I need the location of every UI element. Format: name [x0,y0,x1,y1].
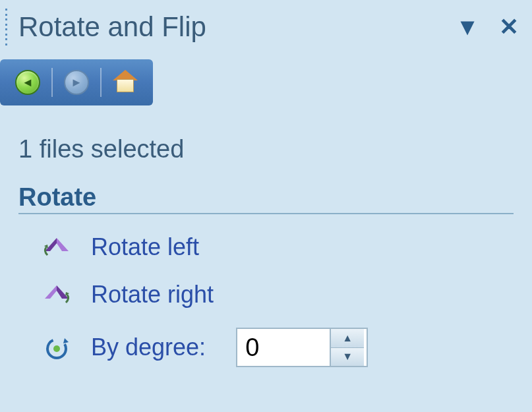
svg-marker-3 [45,285,57,299]
svg-point-8 [53,345,60,352]
rotate-section-heading: Rotate [18,183,514,214]
home-icon [113,70,138,95]
rotate-right-link[interactable]: Rotate right [91,281,214,309]
rotate-right-icon [41,280,73,309]
nav-toolbar [0,59,153,105]
title-bar: Rotate and Flip ▼ ✕ [0,0,532,59]
panel-title: Rotate and Flip [18,11,456,43]
toolbar-divider [51,68,53,97]
selection-status: 1 files selected [18,135,532,163]
svg-marker-0 [45,238,57,251]
forward-button[interactable] [58,66,95,99]
grip-handle[interactable] [5,7,11,47]
svg-marker-4 [57,285,69,299]
degree-spinner: ▲ ▼ [236,328,368,367]
spinner-buttons: ▲ ▼ [330,329,364,366]
rotate-left-icon [41,233,73,262]
by-degree-label: By degree: [91,334,206,361]
toolbar-divider [100,68,102,97]
forward-icon [64,70,89,95]
dropdown-arrow-icon[interactable]: ▼ [456,13,479,41]
close-icon[interactable]: ✕ [499,13,519,41]
svg-marker-7 [63,338,69,343]
title-controls: ▼ ✕ [456,13,519,41]
svg-marker-1 [57,238,69,251]
home-button[interactable] [107,66,144,99]
spinner-down-button[interactable]: ▼ [331,348,364,367]
back-button[interactable] [9,66,46,99]
rotate-left-row: Rotate left [41,233,532,262]
rotate-right-row: Rotate right [41,280,532,309]
spinner-up-button[interactable]: ▲ [331,329,364,348]
rotate-degree-icon [41,333,73,362]
back-icon [15,70,40,95]
degree-input[interactable] [237,329,330,366]
rotate-left-link[interactable]: Rotate left [91,233,199,261]
by-degree-row: By degree: ▲ ▼ [41,328,532,367]
